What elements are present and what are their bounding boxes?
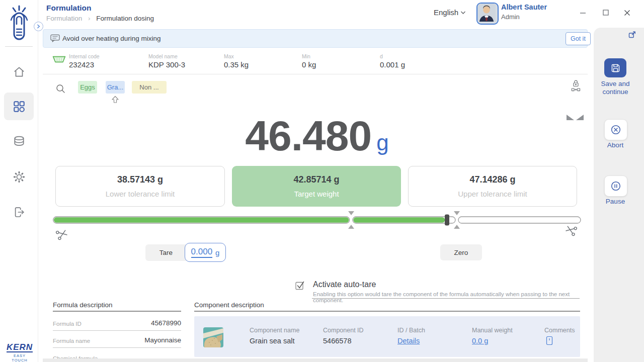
abort-circle-x-icon (610, 124, 621, 135)
component-name-label: Component name (250, 327, 299, 334)
tag-chip-eggs[interactable]: Eggs (78, 81, 97, 94)
sidebar-expand-toggle[interactable] (34, 22, 43, 31)
bottom-row-edge (43, 358, 588, 362)
user-role: Admin (501, 13, 520, 21)
pause-label: Pause (593, 198, 638, 206)
sidebar-item-home[interactable] (13, 65, 26, 78)
notification-message: Avoid over heating during mixing (62, 35, 161, 42)
formula-id-label: Formula ID (53, 321, 82, 327)
dosing-progress-bar (53, 210, 581, 230)
chevron-down-icon (460, 11, 466, 15)
expand-panel-button[interactable] (628, 30, 636, 39)
tare-unit: g (215, 248, 219, 257)
model-name-value: KDP 300-3 (148, 60, 185, 69)
formula-row-divider (53, 347, 181, 348)
comments-document-icon[interactable] (546, 336, 553, 345)
tare-value[interactable]: 0.000 (191, 247, 213, 258)
upper-tolerance-label: Upper tolerance limit (458, 190, 527, 198)
manual-weight-link[interactable]: 0.0 g (472, 337, 488, 345)
sidebar-divider (5, 46, 33, 47)
formula-section-title: Formula description (53, 301, 113, 309)
weight-value: 46.480 (245, 109, 371, 163)
search-icon[interactable] (56, 84, 65, 94)
zero-button[interactable]: Zero (440, 244, 482, 260)
user-avatar[interactable] (476, 3, 499, 25)
sidebar-item-apps[interactable] (13, 100, 26, 113)
upper-tolerance-value: 47.14286 g (469, 174, 515, 185)
formula-row-id: Formula ID 45678990 (53, 319, 181, 329)
home-icon (13, 65, 26, 78)
window-close-button[interactable] (623, 9, 631, 17)
tag-label: Non ... (139, 83, 158, 91)
save-and-continue-button[interactable] (604, 58, 626, 77)
maximize-icon (603, 10, 609, 16)
id-batch-details-link[interactable]: Details (397, 337, 420, 345)
expand-icon (628, 30, 636, 39)
breadcrumb-current: Formulation dosing (96, 15, 154, 22)
breadcrumb: Formulation › Formulation dosing (46, 15, 154, 22)
user-name[interactable]: Albert Sauter (501, 3, 547, 11)
window-minimize-button[interactable] (579, 9, 587, 17)
formula-id-value: 45678990 (151, 319, 181, 327)
current-weight-marker (445, 215, 449, 226)
tare-value-input[interactable]: 0.000 g (185, 243, 226, 262)
collapse-triangles-icon (567, 114, 584, 121)
lower-tolerance-label: Lower tolerance limit (106, 190, 175, 198)
database-icon (13, 135, 26, 148)
tare-button-label: Tare (159, 249, 173, 256)
kern-brand-logo: KERN EASY TOUCH (5, 343, 34, 362)
internal-code-label: Internal code (69, 53, 100, 59)
tag-chip-non[interactable]: Non ... (132, 81, 167, 94)
tag-chip-gra[interactable]: Gra... (106, 81, 125, 94)
breadcrumb-separator: › (88, 15, 91, 22)
max-label: Max (224, 53, 234, 59)
device-info-row: Internal code 232423 Model name KDP 300-… (43, 50, 588, 74)
formula-row-name: Formula name Mayonnaise (53, 336, 181, 346)
sidebar-item-database[interactable] (13, 135, 26, 148)
close-icon (624, 10, 630, 16)
window-maximize-button[interactable] (602, 9, 610, 17)
component-name-value: Grain sea salt (250, 337, 294, 345)
auto-tare-label[interactable]: Activate auto-tare (313, 280, 376, 289)
d-label: d (380, 53, 383, 59)
upper-tolerance-box: 47.14286 g Upper tolerance limit (408, 166, 577, 207)
tare-button[interactable]: Tare (145, 244, 187, 261)
component-card: Component name Grain sea salt Component … (194, 316, 580, 357)
auto-tare-checkbox[interactable] (295, 280, 305, 291)
easy-touch-logo-icon (7, 4, 31, 42)
breadcrumb-parent[interactable]: Formulation (46, 15, 82, 22)
checkbox-checked-icon (295, 280, 305, 291)
min-label: Min (302, 53, 310, 59)
target-weight-label: Target weight (294, 190, 339, 198)
formula-row-divider (53, 330, 181, 331)
d-value: 0.001 g (380, 60, 405, 69)
page-title: Formulation (46, 4, 92, 13)
weighing-pan-icon (52, 56, 66, 64)
auto-tare-divider (312, 298, 580, 299)
save-and-continue-label: Save and continue (593, 80, 638, 96)
model-name-label: Model name (148, 53, 178, 59)
component-photo (203, 327, 223, 347)
sidebar-item-settings[interactable] (13, 170, 26, 184)
abort-button[interactable] (604, 119, 627, 140)
min-value: 0 kg (302, 60, 316, 69)
got-it-button[interactable]: Got it (566, 32, 591, 45)
sidebar-item-logout[interactable] (13, 206, 26, 219)
abort-label: Abort (593, 141, 638, 149)
formula-name-label: Formula name (53, 338, 90, 344)
lock-transfer-icon (571, 79, 581, 95)
language-selector[interactable]: English (434, 8, 466, 17)
kern-logo-text: KERN (7, 343, 33, 352)
pause-button[interactable] (604, 175, 627, 197)
formula-section-underline (53, 311, 181, 312)
manual-weight-label: Manual weight (472, 327, 513, 334)
comments-label: Comments (544, 327, 575, 334)
tag-label: Gra... (107, 83, 124, 91)
target-weight-value: 42.85714 g (293, 174, 339, 185)
internal-code-value: 232423 (69, 60, 94, 69)
formula-name-value: Mayonnaise (144, 336, 181, 344)
component-id-value: 5466578 (323, 337, 351, 345)
kern-tagline: EASY TOUCH (5, 353, 34, 362)
lower-tolerance-value: 38.57143 g (117, 174, 163, 185)
auto-tare-description: Enabling this option would tare the comp… (313, 291, 580, 303)
